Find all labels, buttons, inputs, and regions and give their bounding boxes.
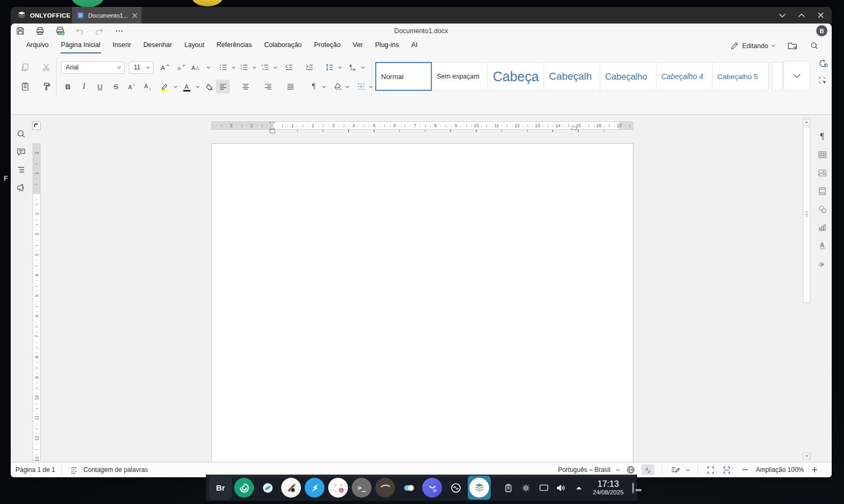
clipboard-icon[interactable] — [503, 483, 514, 493]
style-chip-h1[interactable]: Cabeça — [487, 62, 544, 91]
ribbon-tab-colabora-o[interactable]: Colaboração — [264, 38, 302, 53]
line-spacing-button[interactable] — [322, 60, 336, 74]
document-page[interactable] — [211, 143, 633, 462]
first-line-indent-marker[interactable] — [269, 122, 275, 129]
ribbon-tab-ver[interactable]: Ver — [352, 38, 363, 53]
format-painter-button[interactable] — [40, 80, 53, 94]
taskbar-app-wolf-browser[interactable] — [256, 476, 279, 500]
zoom-level-label[interactable]: Ampliação 100% — [756, 466, 804, 474]
taskbar-app-terminal[interactable]: >_ — [350, 476, 373, 500]
multilevel-list-dropdown-icon[interactable] — [273, 60, 277, 74]
word-count-label[interactable]: Contagem de palavras — [83, 466, 148, 474]
zoom-in-button[interactable] — [809, 464, 820, 475]
style-chip-h2[interactable]: Cabeçalh — [544, 62, 600, 91]
language-selector[interactable]: Português – Brasil — [558, 466, 610, 474]
close-button[interactable] — [815, 10, 826, 21]
print-button[interactable] — [35, 26, 45, 36]
ribbon-tab-arquivo[interactable]: Arquivo — [26, 38, 49, 53]
font-color-dropdown-icon[interactable] — [196, 80, 200, 94]
shading-dropdown-icon[interactable] — [345, 80, 350, 94]
superscript-button[interactable]: A1 — [125, 80, 139, 94]
word-count-icon[interactable]: 12 — [68, 464, 79, 475]
save-button[interactable] — [15, 26, 26, 36]
taskbar-app-audio-wave[interactable] — [444, 476, 467, 500]
style-chip-nospacing[interactable]: Sem espaçam — [431, 62, 488, 91]
ribbon-tab-desenhar[interactable]: Desenhar — [143, 38, 173, 53]
style-chip-h5[interactable]: Cabeçalho 5 — [712, 62, 769, 91]
clear-formatting-button[interactable] — [202, 80, 216, 94]
paste-button[interactable] — [18, 80, 32, 94]
taskbar-app-assistant[interactable] — [421, 476, 444, 500]
cut-button[interactable] — [40, 60, 53, 74]
volume-icon[interactable] — [556, 483, 567, 493]
spell-check-toggle[interactable]: A — [641, 464, 654, 475]
document-language-icon[interactable] — [625, 464, 636, 475]
ribbon-tab-layout[interactable]: Layout — [184, 38, 205, 53]
shading-button[interactable] — [330, 80, 344, 94]
track-changes-dropdown-icon[interactable] — [686, 469, 690, 471]
decrease-font-size-button[interactable]: A — [174, 60, 188, 74]
taskbar-app-calculator[interactable]: +×−= — [327, 476, 350, 500]
justify-button[interactable] — [283, 80, 297, 94]
style-chip-h4[interactable]: Cabeçalho 4 — [656, 62, 713, 91]
search-icon[interactable] — [810, 41, 819, 50]
paragraph-settings-icon[interactable]: ¶ — [817, 131, 827, 142]
table-settings-icon[interactable] — [817, 149, 827, 160]
show-paragraph-marks-button[interactable]: ¶ — [307, 80, 321, 94]
highlight-color-dropdown-icon[interactable] — [173, 80, 177, 94]
paragraph-direction-button[interactable]: ¶ — [345, 60, 359, 74]
highlight-color-button[interactable] — [157, 80, 171, 94]
minimize-button[interactable] — [776, 10, 788, 21]
fit-to-width-button[interactable] — [722, 464, 732, 475]
font-color-button[interactable]: A — [180, 80, 193, 94]
change-case-button[interactable]: AA — [190, 60, 204, 74]
ribbon-tab-plug-ins[interactable]: Plug-ins — [375, 38, 400, 53]
horizontal-ruler[interactable]: 211234567891011121314151617 — [211, 121, 633, 130]
select-all-button[interactable] — [818, 76, 828, 86]
increase-indent-button[interactable] — [302, 60, 316, 74]
undo-button[interactable] — [74, 26, 85, 36]
multilevel-list-button[interactable]: 1a — [258, 60, 272, 74]
borders-dropdown-icon[interactable] — [369, 80, 373, 94]
chart-settings-icon[interactable] — [817, 222, 827, 232]
header-footer-settings-icon[interactable] — [817, 185, 827, 196]
scroll-up-button[interactable] — [803, 119, 810, 126]
taskbar-app-br-browser[interactable]: Br — [209, 476, 232, 500]
maximize-button[interactable] — [795, 10, 807, 21]
tab-close-icon[interactable] — [132, 13, 137, 18]
style-chip-normal[interactable]: Normal — [375, 62, 432, 91]
align-center-button[interactable] — [238, 80, 252, 94]
text-art-settings-icon[interactable]: A — [817, 240, 827, 251]
font-name-select[interactable]: Arial — [61, 61, 125, 74]
track-changes-button[interactable] — [670, 464, 680, 475]
strikethrough-button[interactable]: S — [109, 80, 123, 94]
bold-button[interactable]: B — [61, 80, 75, 94]
language-dropdown-icon[interactable] — [616, 469, 620, 471]
ribbon-tab-ai[interactable]: AI — [411, 38, 418, 53]
change-case-dropdown-icon[interactable] — [206, 60, 211, 74]
image-settings-icon[interactable] — [817, 167, 827, 178]
comments-panel-icon[interactable] — [16, 147, 26, 157]
feedback-icon[interactable] — [16, 183, 26, 193]
taskbar-app-fedora[interactable] — [374, 476, 397, 500]
user-avatar[interactable]: B — [816, 25, 827, 36]
display-icon[interactable] — [538, 483, 549, 493]
italic-button[interactable]: I — [77, 80, 91, 94]
font-size-select[interactable]: 11 — [129, 61, 153, 74]
paragraph-marks-dropdown-icon[interactable] — [322, 80, 326, 94]
quick-print-button[interactable] — [55, 26, 65, 36]
zoom-out-button[interactable] — [740, 464, 750, 475]
underline-button[interactable]: U — [93, 80, 107, 94]
show-desktop-button[interactable] — [632, 483, 634, 493]
numbered-list-button[interactable]: 12 — [237, 60, 251, 74]
fit-to-page-button[interactable] — [706, 464, 716, 475]
page-number-indicator[interactable]: Página 1 de 1 — [16, 466, 55, 474]
redo-button[interactable] — [94, 26, 105, 36]
decrease-indent-button[interactable] — [282, 60, 296, 74]
ribbon-tab-inserir[interactable]: Inserir — [112, 38, 131, 53]
customize-toolbar-button[interactable] — [114, 26, 125, 36]
line-spacing-dropdown-icon[interactable] — [337, 60, 342, 74]
copy-button[interactable] — [18, 60, 32, 74]
headings-panel-icon[interactable] — [16, 165, 26, 175]
numbered-list-dropdown-icon[interactable] — [252, 60, 257, 74]
